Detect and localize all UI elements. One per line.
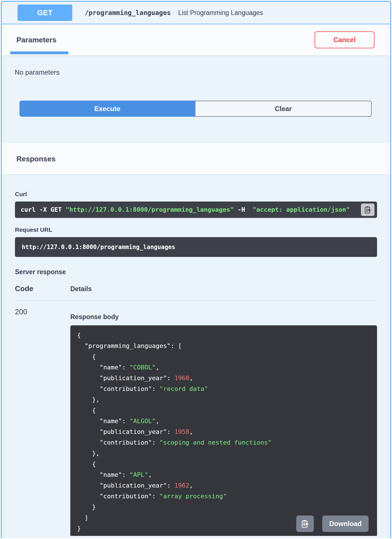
response-details: Response body [70,308,377,536]
method-badge[interactable]: GET [18,5,72,21]
response-table-header: Code Details [15,284,377,293]
operation-summary-row[interactable]: GET /programming_languages List Programm… [2,2,390,24]
details-column-header: Details [70,285,92,293]
execute-button[interactable]: Execute [19,101,195,117]
response-body-code[interactable]: Download { "programming_languages": [ { … [70,325,377,536]
parameters-section-header: Parameters Cancel [2,24,390,55]
operation-block-get: GET /programming_languages List Programm… [1,1,391,538]
execute-row: Execute Clear [19,101,372,117]
tab-active-underline [10,51,68,54]
copy-response-button[interactable] [296,516,314,532]
responses-title: Responses [15,155,56,163]
code-column-header: Code [15,284,70,293]
clipboard-copy-icon [300,519,310,528]
server-response-label: Server response [15,268,377,276]
no-parameters-message: No parameters [15,68,390,76]
table-divider [15,300,377,301]
request-url-label: Request URL [15,226,377,233]
curl-label: Curl [15,191,377,198]
clear-button[interactable]: Clear [195,101,372,117]
operation-path: /programming_languages [85,9,171,16]
cancel-button[interactable]: Cancel [315,31,374,48]
clipboard-copy-icon [363,205,372,214]
download-button[interactable]: Download [322,516,369,532]
spacer [15,117,390,143]
curl-command-bar[interactable]: curl -X GET "http://127.0.0.1:8000/progr… [15,202,377,218]
responses-section-header: Responses [2,143,390,174]
parameters-body: No parameters Execute Clear [2,55,390,143]
response-row: 200 Response body [15,308,377,536]
status-code: 200 [15,308,70,316]
responses-body: Curl curl -X GET "http://127.0.0.1:8000/… [2,174,390,538]
response-body-label: Response body [70,313,377,321]
operation-summary: List Programming Languages [178,9,263,17]
response-body-actions: Download [296,516,369,532]
tab-parameters[interactable]: Parameters [15,35,58,45]
copy-curl-button[interactable] [361,204,374,216]
request-url-bar: http://127.0.0.1:8000/programming_langua… [15,237,377,257]
